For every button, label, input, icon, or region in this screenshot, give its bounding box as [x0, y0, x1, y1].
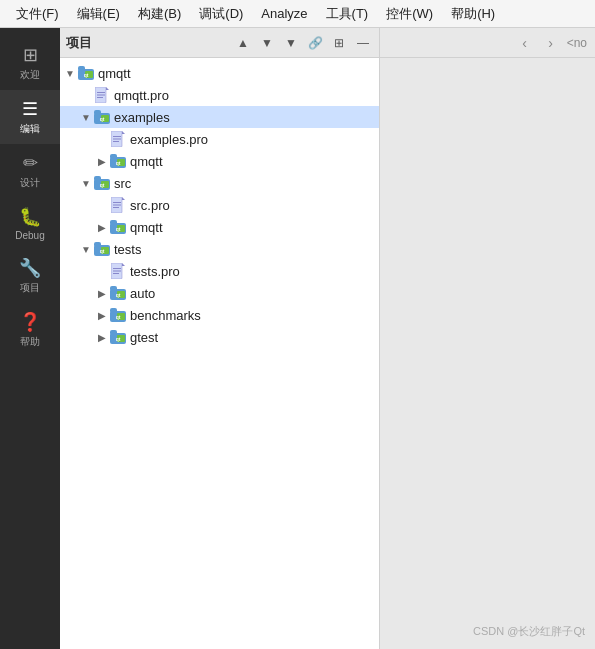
sidebar-item-edit[interactable]: ☰ 编辑	[0, 90, 60, 144]
svg-rect-7	[97, 95, 105, 96]
arrow-tests[interactable]: ▼	[78, 244, 94, 255]
svg-text:qt: qt	[100, 248, 105, 254]
svg-rect-43	[113, 273, 119, 274]
tree-item-srcpro[interactable]: ▶ src.pro	[60, 194, 379, 216]
sidebar-item-debug[interactable]: 🐛 Debug	[0, 198, 60, 249]
tree-item-examples[interactable]: ▼ qt examples	[60, 106, 379, 128]
svg-text:qt: qt	[100, 182, 105, 188]
tree-label-qmqtt: qmqtt	[98, 66, 131, 81]
svg-rect-28	[113, 202, 121, 203]
arrow-qmqtt2[interactable]: ▶	[94, 156, 110, 167]
tree-label-auto: auto	[130, 286, 155, 301]
tree-label-gtest: gtest	[130, 330, 158, 345]
right-area: ‹ › <no	[380, 28, 595, 649]
sort-down-btn[interactable]: ▼	[257, 33, 277, 53]
svg-marker-40	[122, 263, 125, 266]
arrow-qmqtt[interactable]: ▼	[62, 68, 78, 79]
menu-debug[interactable]: 调试(D)	[191, 3, 251, 25]
main-layout: ⊞ 欢迎 ☰ 编辑 ✏ 设计 🐛 Debug 🔧 项目 ❓ 帮助 项目	[0, 28, 595, 649]
svg-rect-49	[110, 308, 117, 313]
file-icon-testspro	[110, 263, 126, 279]
svg-rect-8	[97, 97, 103, 98]
svg-rect-17	[113, 141, 119, 142]
no-tab-label: <no	[567, 36, 587, 50]
svg-rect-32	[110, 220, 117, 225]
svg-text:qt: qt	[116, 314, 121, 320]
tree-container[interactable]: ▼ qt qmqtt ▶	[60, 58, 379, 649]
sidebar-label-welcome: 欢迎	[20, 68, 40, 82]
menu-tools[interactable]: 工具(T)	[318, 3, 377, 25]
link-btn[interactable]: 🔗	[305, 33, 325, 53]
sidebar-item-project[interactable]: 🔧 项目	[0, 249, 60, 303]
nav-forward-btn[interactable]: ›	[541, 33, 561, 53]
collapse-btn[interactable]: —	[353, 33, 373, 53]
svg-text:qt: qt	[116, 336, 121, 342]
folder-icon-qmqtt: qt	[78, 65, 94, 81]
arrow-gtest[interactable]: ▶	[94, 332, 110, 343]
watermark: CSDN @长沙红胖子Qt	[473, 624, 585, 639]
svg-rect-53	[110, 330, 117, 335]
arrow-examples[interactable]: ▼	[78, 112, 94, 123]
tree-item-examplespro[interactable]: ▶ examples.pro	[60, 128, 379, 150]
sidebar-label-design: 设计	[20, 176, 40, 190]
svg-rect-30	[113, 207, 119, 208]
svg-text:qt: qt	[84, 72, 89, 78]
tree-label-examplespro: examples.pro	[130, 132, 208, 147]
svg-text:qt: qt	[100, 116, 105, 122]
menu-analyze[interactable]: Analyze	[253, 4, 315, 23]
tree-item-tests[interactable]: ▼ qt tests	[60, 238, 379, 260]
sort-up-btn[interactable]: ▲	[233, 33, 253, 53]
panel-area: 项目 ▲ ▼ ▼ 🔗 ⊞ — ▼	[60, 28, 595, 649]
svg-text:qt: qt	[116, 160, 121, 166]
tree-item-qmqtt3[interactable]: ▶ qt qmqtt	[60, 216, 379, 238]
folder-icon-gtest: qt	[110, 329, 126, 345]
panel-title: 项目	[66, 34, 229, 52]
svg-text:qt: qt	[116, 226, 121, 232]
sidebar-label-edit: 编辑	[20, 122, 40, 136]
tree-item-gtest[interactable]: ▶ qt gtest	[60, 326, 379, 348]
sidebar-label-help: 帮助	[20, 335, 40, 349]
svg-rect-19	[110, 154, 117, 159]
sidebar-label-debug: Debug	[15, 230, 44, 241]
nav-back-btn[interactable]: ‹	[515, 33, 535, 53]
sidebar-item-welcome[interactable]: ⊞ 欢迎	[0, 36, 60, 90]
svg-rect-15	[113, 136, 121, 137]
sidebar: ⊞ 欢迎 ☰ 编辑 ✏ 设计 🐛 Debug 🔧 项目 ❓ 帮助	[0, 28, 60, 649]
file-icon-srcpro	[110, 197, 126, 213]
svg-marker-27	[122, 197, 125, 200]
tree-label-testspro: tests.pro	[130, 264, 180, 279]
right-header: ‹ › <no	[380, 28, 595, 58]
tree-item-testspro[interactable]: ▶ tests.pro	[60, 260, 379, 282]
sidebar-item-help[interactable]: ❓ 帮助	[0, 303, 60, 357]
folder-icon-qmqtt2: qt	[110, 153, 126, 169]
arrow-src[interactable]: ▼	[78, 178, 94, 189]
svg-rect-1	[78, 66, 85, 71]
tree-item-qmqtt2[interactable]: ▶ qt qmqtt	[60, 150, 379, 172]
tree-label-qmqtt3: qmqtt	[130, 220, 163, 235]
menu-build[interactable]: 构建(B)	[130, 3, 189, 25]
expand-btn[interactable]: ⊞	[329, 33, 349, 53]
menu-file[interactable]: 文件(F)	[8, 3, 67, 25]
project-panel: 项目 ▲ ▼ ▼ 🔗 ⊞ — ▼	[60, 28, 380, 649]
arrow-benchmarks[interactable]: ▶	[94, 310, 110, 321]
svg-rect-23	[94, 176, 101, 181]
tree-item-benchmarks[interactable]: ▶ qt benchmarks	[60, 304, 379, 326]
tree-item-qmqttpro[interactable]: ▶ qmqtt.pro	[60, 84, 379, 106]
arrow-auto[interactable]: ▶	[94, 288, 110, 299]
tree-item-auto[interactable]: ▶ qt auto	[60, 282, 379, 304]
menu-help[interactable]: 帮助(H)	[443, 3, 503, 25]
tree-label-examples: examples	[114, 110, 170, 125]
tree-label-benchmarks: benchmarks	[130, 308, 201, 323]
tree-item-qmqtt[interactable]: ▼ qt qmqtt	[60, 62, 379, 84]
filter-btn[interactable]: ▼	[281, 33, 301, 53]
tree-label-tests: tests	[114, 242, 141, 257]
sidebar-item-design[interactable]: ✏ 设计	[0, 144, 60, 198]
file-icon-examplespro	[110, 131, 126, 147]
sidebar-label-project: 项目	[20, 281, 40, 295]
tree-item-src[interactable]: ▼ qt src	[60, 172, 379, 194]
folder-icon-qmqtt3: qt	[110, 219, 126, 235]
menu-edit[interactable]: 编辑(E)	[69, 3, 128, 25]
tree-label-qmqttpro: qmqtt.pro	[114, 88, 169, 103]
menu-controls[interactable]: 控件(W)	[378, 3, 441, 25]
arrow-qmqtt3[interactable]: ▶	[94, 222, 110, 233]
